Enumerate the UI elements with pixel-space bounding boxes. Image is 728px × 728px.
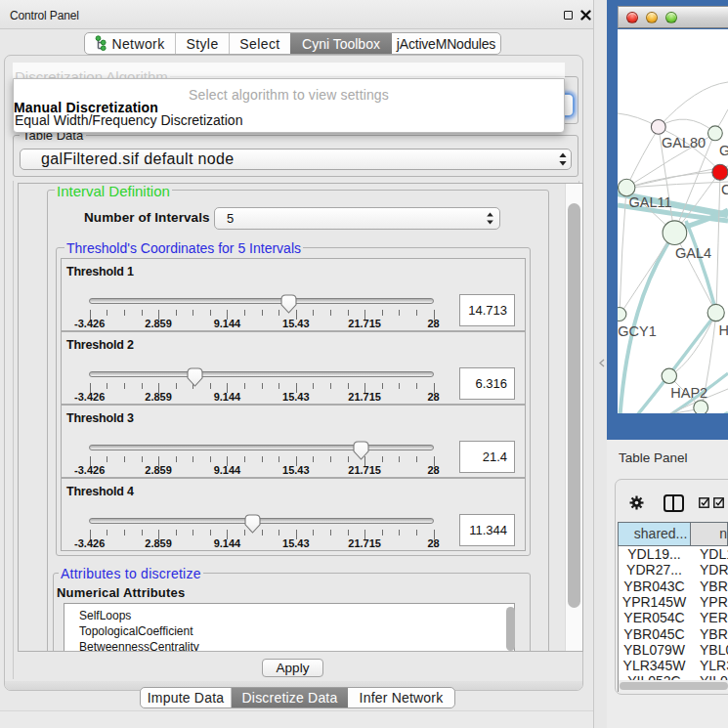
svg-text:GAL4: GAL4 (675, 245, 711, 261)
svg-text:GAL11: GAL11 (629, 194, 672, 210)
svg-text:G...: G... (719, 143, 728, 158)
svg-text:HAP2: HAP2 (670, 385, 707, 401)
svg-text:H: H (719, 322, 728, 338)
svg-text:C: C (721, 182, 728, 197)
svg-text:GAL80: GAL80 (662, 135, 706, 150)
svg-text:GCY1: GCY1 (618, 323, 657, 339)
